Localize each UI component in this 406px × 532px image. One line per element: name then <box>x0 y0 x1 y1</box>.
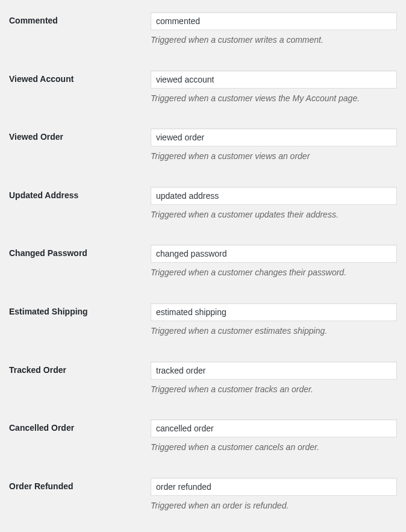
estimated-shipping-input[interactable] <box>151 303 397 321</box>
input-col: Triggered when an order is refunded. <box>151 478 397 512</box>
label-col: Estimated Shipping <box>9 303 151 316</box>
commented-label: Commented <box>9 16 58 25</box>
viewed-order-input[interactable] <box>151 128 397 146</box>
viewed-account-label: Viewed Account <box>9 74 73 84</box>
input-col: Triggered when a customer writes a comme… <box>151 12 397 46</box>
changed-password-help: Triggered when a customer changes their … <box>151 267 397 279</box>
tracked-order-row: Tracked Order Triggered when a customer … <box>9 361 397 396</box>
tracked-order-label: Tracked Order <box>9 365 66 375</box>
updated-address-input[interactable] <box>151 187 397 205</box>
changed-password-row: Changed Password Triggered when a custom… <box>9 245 397 279</box>
viewed-order-row: Viewed Order Triggered when a customer v… <box>9 128 397 163</box>
label-col: Changed Password <box>9 245 151 258</box>
tracked-order-input[interactable] <box>151 361 397 380</box>
updated-address-label: Updated Address <box>9 190 78 200</box>
input-col: Triggered when a customer views an order <box>151 128 397 163</box>
viewed-account-input[interactable] <box>151 70 397 89</box>
input-col: Triggered when a customer views the My A… <box>151 70 397 105</box>
estimated-shipping-label: Estimated Shipping <box>9 307 88 316</box>
viewed-account-help: Triggered when a customer views the My A… <box>151 93 397 105</box>
estimated-shipping-help: Triggered when a customer estimates ship… <box>151 325 397 337</box>
cancelled-order-input[interactable] <box>151 419 397 437</box>
cancelled-order-label: Cancelled Order <box>9 423 74 433</box>
viewed-order-help: Triggered when a customer views an order <box>151 151 397 163</box>
commented-row: Commented Triggered when a customer writ… <box>9 12 397 46</box>
viewed-account-row: Viewed Account Triggered when a customer… <box>9 70 397 105</box>
order-refunded-row: Order Refunded Triggered when an order i… <box>9 478 397 512</box>
label-col: Order Refunded <box>9 478 151 491</box>
commented-help: Triggered when a customer writes a comme… <box>151 34 397 46</box>
label-col: Updated Address <box>9 187 151 200</box>
label-col: Tracked Order <box>9 361 151 375</box>
input-col: Triggered when a customer estimates ship… <box>151 303 397 337</box>
estimated-shipping-row: Estimated Shipping Triggered when a cust… <box>9 303 397 337</box>
label-col: Viewed Order <box>9 128 151 142</box>
order-refunded-help: Triggered when an order is refunded. <box>151 500 397 512</box>
label-col: Commented <box>9 12 151 25</box>
viewed-order-label: Viewed Order <box>9 132 63 142</box>
input-col: Triggered when a customer changes their … <box>151 245 397 279</box>
updated-address-row: Updated Address Triggered when a custome… <box>9 187 397 221</box>
cancelled-order-row: Cancelled Order Triggered when a custome… <box>9 419 397 454</box>
order-refunded-label: Order Refunded <box>9 481 73 491</box>
label-col: Cancelled Order <box>9 419 151 433</box>
order-refunded-input[interactable] <box>151 478 397 496</box>
changed-password-input[interactable] <box>151 245 397 263</box>
updated-address-help: Triggered when a customer updates their … <box>151 209 397 221</box>
changed-password-label: Changed Password <box>9 248 87 258</box>
input-col: Triggered when a customer cancels an ord… <box>151 419 397 454</box>
input-col: Triggered when a customer tracks an orde… <box>151 361 397 396</box>
input-col: Triggered when a customer updates their … <box>151 187 397 221</box>
commented-input[interactable] <box>151 12 397 30</box>
tracked-order-help: Triggered when a customer tracks an orde… <box>151 384 397 396</box>
cancelled-order-help: Triggered when a customer cancels an ord… <box>151 442 397 454</box>
label-col: Viewed Account <box>9 70 151 84</box>
